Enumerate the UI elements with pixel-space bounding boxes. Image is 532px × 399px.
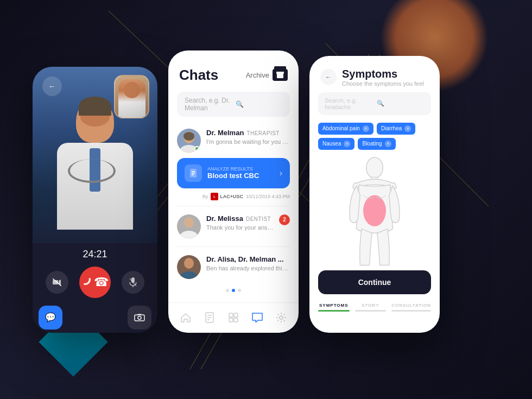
camera-off-button[interactable] xyxy=(46,271,68,294)
avatar-melissa xyxy=(177,214,201,238)
chat-item-alisa[interactable]: Dr. Alisa, Dr. Melman ... Ben has alread… xyxy=(168,250,299,284)
attribution-date: 10/11/2019 4:43 PM xyxy=(246,194,290,199)
phone-video-call: ← Dr. Melman — THERAPIST 24:21 ☎ xyxy=(33,67,157,333)
back-button[interactable]: ← xyxy=(42,77,62,96)
chat-name-melissa: Dr. Melissa xyxy=(206,214,243,223)
archive-icon xyxy=(273,69,288,81)
svg-point-13 xyxy=(138,316,141,319)
tag-label-nausea: Nausea xyxy=(322,141,341,147)
stethoscope xyxy=(68,159,122,192)
prog-bar-consultation xyxy=(391,310,431,312)
svg-rect-36 xyxy=(229,318,233,322)
dot-2 xyxy=(232,289,235,292)
call-controls: 24:21 ☎ 💬 xyxy=(33,243,157,333)
result-card-icon xyxy=(185,164,202,182)
nav-documents[interactable] xyxy=(200,308,219,327)
archive-label: Archive xyxy=(246,71,269,79)
tag-label-abdominal: Abdominal pain xyxy=(322,125,360,131)
svg-rect-14 xyxy=(277,73,283,78)
chat-preview-melman: I'm gonna be waiting for you to an... xyxy=(206,138,290,145)
symptoms-header: ← Symptoms Choose the symptoms you feel xyxy=(309,56,440,92)
doctor-figure xyxy=(41,99,149,251)
prog-tab-story[interactable]: STORY xyxy=(355,303,387,312)
prog-bar-story xyxy=(355,310,387,312)
prog-tab-story-label: STORY xyxy=(355,303,387,308)
result-card[interactable]: Analyze results Blood test CBC › xyxy=(177,158,290,188)
nav-chat[interactable] xyxy=(248,308,267,327)
result-info: Analyze results Blood test CBC xyxy=(207,166,259,180)
svg-rect-35 xyxy=(234,313,238,317)
prog-tab-consultation[interactable]: CONSULTATION xyxy=(391,303,431,312)
card-attribution: By L LAC+USC 10/11/2019 4:43 PM xyxy=(177,193,290,200)
mute-button[interactable] xyxy=(122,271,144,294)
dot-3 xyxy=(238,289,241,292)
chat-name-melman: Dr. Melman xyxy=(206,129,244,137)
phone-symptoms: ← Symptoms Choose the symptoms you feel … xyxy=(309,56,440,333)
attribution-by: By xyxy=(202,194,208,199)
online-indicator xyxy=(194,146,200,151)
chat-button[interactable]: 💬 xyxy=(39,306,62,330)
avatar-melman xyxy=(177,129,201,153)
doctor-head xyxy=(76,99,114,143)
symptoms-tags: Abdominal pain × Diarrhea × Nausea × Blo… xyxy=(309,123,440,150)
symptoms-search-icon: 🔍 xyxy=(377,100,425,107)
progress-tabs: SYMPTOMS STORY CONSULTATION xyxy=(309,303,440,312)
symptoms-title: Symptoms xyxy=(342,68,424,80)
body-figure-container xyxy=(309,156,440,270)
lac-name: LAC+USC xyxy=(220,194,243,199)
chat-role-melissa: DENTIST xyxy=(246,216,271,222)
doctor-body xyxy=(57,143,133,230)
chats-header: Chats Archive xyxy=(168,50,299,92)
call-timer: 24:21 xyxy=(83,249,107,260)
search-bar[interactable]: Search, e.g. Dr. Melman 🔍 xyxy=(177,92,290,117)
chat-item-melissa[interactable]: Dr. Melissa DENTIST Thank you for your a… xyxy=(168,209,299,244)
symptoms-title-area: Symptoms Choose the symptoms you feel xyxy=(342,68,424,87)
tag-remove-bloating[interactable]: × xyxy=(385,141,391,147)
divider-1 xyxy=(177,206,290,206)
symptoms-back-button[interactable]: ← xyxy=(320,69,337,85)
tag-abdominal-pain[interactable]: Abdominal pain × xyxy=(318,123,373,135)
search-icon: 🔍 xyxy=(236,100,282,108)
continue-button[interactable]: Continue xyxy=(318,270,431,294)
tag-remove-diarrhea[interactable]: × xyxy=(404,125,411,132)
chat-name-alisa: Dr. Alisa, Dr. Melman ... xyxy=(206,255,284,263)
prog-tab-symptoms[interactable]: SYMPTOMS xyxy=(318,303,350,312)
end-call-button[interactable]: ☎ xyxy=(79,267,111,298)
bottom-action-buttons: 💬 xyxy=(39,306,151,330)
tag-remove-abdominal[interactable]: × xyxy=(363,125,369,132)
call-buttons-row: ☎ xyxy=(46,267,144,298)
svg-rect-12 xyxy=(135,315,144,321)
tag-nausea[interactable]: Nausea × xyxy=(318,138,354,150)
chat-item-melman[interactable]: Dr. Melman THERAPIST I'm gonna be waitin… xyxy=(168,123,299,158)
prog-bar-symptoms xyxy=(318,310,350,312)
result-arrow-icon: › xyxy=(280,168,282,178)
chat-role-melman: THERAPIST xyxy=(246,130,280,136)
svg-point-39 xyxy=(366,157,383,178)
phone-chats: Chats Archive Search, e.g. Dr. Melman 🔍 xyxy=(168,50,299,333)
prog-tab-symptoms-label: SYMPTOMS xyxy=(318,303,350,308)
tag-diarrhea[interactable]: Diarrhea × xyxy=(377,123,415,135)
svg-rect-34 xyxy=(229,313,233,317)
svg-point-38 xyxy=(280,316,283,319)
chat-info-alisa: Dr. Alisa, Dr. Melman ... Ben has alread… xyxy=(206,255,290,271)
chat-info-melman: Dr. Melman THERAPIST I'm gonna be waitin… xyxy=(206,129,290,145)
chat-preview-alisa: Ben has already explored this result... xyxy=(206,265,290,271)
switch-camera-button[interactable] xyxy=(128,306,151,330)
chat-preview-melissa: Thank you for your answer! xyxy=(206,224,274,231)
svg-point-25 xyxy=(184,217,194,228)
tag-label-bloating: Bloating xyxy=(362,141,382,147)
dots-indicator xyxy=(168,284,299,295)
nav-grid[interactable] xyxy=(224,308,243,327)
tag-bloating[interactable]: Bloating × xyxy=(358,138,395,150)
prog-tab-consultation-label: CONSULTATION xyxy=(391,303,431,308)
body-figure xyxy=(337,156,413,270)
nav-home[interactable] xyxy=(176,308,195,327)
tag-remove-nausea[interactable]: × xyxy=(344,141,350,147)
lac-logo: L xyxy=(211,193,218,200)
archive-area[interactable]: Archive xyxy=(246,69,288,81)
svg-rect-37 xyxy=(234,318,238,322)
symptoms-search[interactable]: Search, e.g. headache 🔍 xyxy=(318,92,431,115)
bottom-navigation xyxy=(168,302,299,333)
svg-point-18 xyxy=(183,132,194,141)
nav-settings[interactable] xyxy=(271,308,291,327)
